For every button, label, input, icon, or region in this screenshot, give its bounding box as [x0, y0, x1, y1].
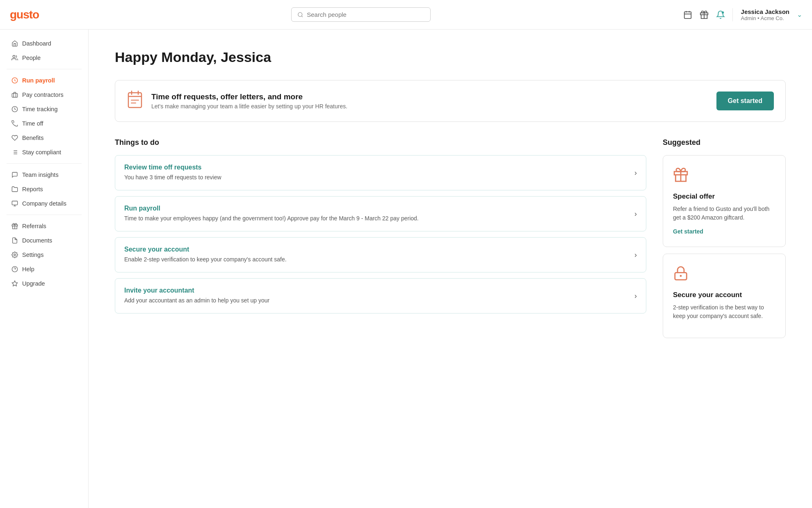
task-desc-secure-account: Enable 2-step verification to keep your …	[124, 255, 287, 264]
sidebar-label-benefits: Benefits	[22, 135, 43, 141]
sidebar-label-team-insights: Team insights	[22, 172, 59, 178]
user-info: Jessica Jackson Admin • Acme Co.	[741, 8, 789, 21]
upgrade-icon	[11, 280, 18, 287]
suggested-link-special-offer[interactable]: Get started	[673, 228, 703, 235]
svg-point-9	[13, 55, 15, 57]
sidebar-item-stay-compliant[interactable]: Stay compliant	[3, 145, 85, 159]
task-card-invite-accountant[interactable]: Invite your accountant Add your accounta…	[115, 278, 646, 313]
sidebar-item-time-tracking[interactable]: Time tracking	[3, 102, 85, 116]
gift-icon	[700, 10, 709, 19]
banner-subtitle: Let's make managing your team a little e…	[151, 103, 347, 110]
sidebar-label-run-payroll: Run payroll	[22, 77, 55, 84]
banner-title: Time off requests, offer letters, and mo…	[151, 92, 347, 101]
sidebar-item-referrals[interactable]: Referrals	[3, 219, 85, 233]
search-input[interactable]	[307, 11, 424, 18]
task-desc-review-time-off: You have 3 time off requests to review	[124, 173, 221, 182]
sidebar-item-reports[interactable]: Reports	[3, 182, 85, 196]
sidebar-label-dashboard: Dashboard	[22, 40, 51, 47]
compliant-icon	[11, 149, 18, 156]
banner-text: Time off requests, offer letters, and mo…	[151, 92, 347, 110]
suggested-card-special-offer: Special offer Refer a friend to Gusto an…	[663, 155, 786, 247]
sidebar-label-reports: Reports	[22, 186, 43, 192]
sidebar-label-documents: Documents	[22, 237, 52, 244]
svg-point-24	[14, 254, 16, 256]
benefits-icon	[11, 135, 18, 141]
svg-marker-27	[12, 281, 17, 286]
task-card-review-time-off[interactable]: Review time off requests You have 3 time…	[115, 155, 646, 190]
contractors-icon	[11, 92, 18, 98]
documents-icon	[11, 237, 18, 244]
sidebar-label-company-details: Company details	[22, 200, 66, 207]
task-card-secure-account[interactable]: Secure your account Enable 2-step verifi…	[115, 237, 646, 272]
user-role: Admin • Acme Co.	[741, 15, 789, 21]
company-icon	[11, 200, 18, 207]
banner-icon	[127, 90, 143, 112]
search-bar[interactable]	[291, 7, 431, 22]
banner-get-started-button[interactable]: Get started	[716, 92, 774, 110]
payroll-icon	[11, 77, 18, 84]
chevron-right-icon-2: ›	[634, 251, 637, 259]
sidebar-group-top: Dashboard People	[0, 37, 88, 65]
sidebar-item-team-insights[interactable]: Team insights	[3, 168, 85, 182]
header-icons: Jessica Jackson Admin • Acme Co. ⌄	[683, 8, 802, 21]
svg-rect-2	[684, 11, 691, 18]
sidebar-divider-3	[7, 215, 82, 215]
sidebar-item-company-details[interactable]: Company details	[3, 197, 85, 211]
chevron-right-icon-1: ›	[634, 210, 637, 218]
sidebar-item-time-off[interactable]: Time off	[3, 117, 85, 130]
svg-rect-19	[12, 201, 17, 205]
svg-rect-11	[12, 94, 17, 97]
insights-icon	[11, 172, 18, 178]
banner-card: Time off requests, offer letters, and mo…	[115, 80, 786, 122]
chevron-right-icon-0: ›	[634, 169, 637, 177]
gift-icon-button[interactable]	[700, 10, 709, 19]
svg-point-37	[680, 275, 682, 277]
suggested-section: Suggested Special offer Refer a friend	[663, 138, 786, 345]
header-center	[39, 7, 683, 22]
sidebar-item-dashboard[interactable]: Dashboard	[3, 37, 85, 50]
sidebar-label-time-tracking: Time tracking	[22, 106, 57, 112]
task-text-run-payroll: Run payroll Time to make your employees …	[124, 205, 419, 223]
help-icon	[11, 266, 18, 272]
calendar-icon	[683, 10, 692, 19]
banner-left: Time off requests, offer letters, and mo…	[127, 90, 347, 112]
sidebar-label-upgrade: Upgrade	[22, 280, 45, 287]
search-icon	[297, 11, 303, 18]
home-icon	[11, 40, 18, 47]
sidebar-item-settings[interactable]: Settings	[3, 248, 85, 262]
notifications-icon-button[interactable]	[716, 10, 725, 19]
user-name: Jessica Jackson	[741, 8, 789, 15]
suggested-title-special-offer: Special offer	[673, 192, 776, 201]
suggested-desc-secure-account: 2-step verification is the best way to k…	[673, 303, 776, 320]
sidebar-item-pay-contractors[interactable]: Pay contractors	[3, 88, 85, 102]
sidebar-label-stay-compliant: Stay compliant	[22, 149, 61, 156]
settings-icon	[11, 252, 18, 258]
user-menu[interactable]: Jessica Jackson Admin • Acme Co. ⌄	[732, 8, 802, 21]
sidebar-label-time-off: Time off	[22, 120, 43, 127]
calendar-icon-button[interactable]	[683, 10, 692, 19]
things-to-do-title: Things to do	[115, 138, 646, 147]
referrals-icon	[11, 223, 18, 229]
suggested-card-secure-account: Secure your account 2-step verification …	[663, 254, 786, 338]
suggested-desc-special-offer: Refer a friend to Gusto and you'll both …	[673, 205, 776, 222]
people-icon	[11, 55, 18, 61]
chevron-down-icon: ⌄	[797, 11, 802, 18]
reports-icon	[11, 186, 18, 192]
task-text-review-time-off: Review time off requests You have 3 time…	[124, 164, 221, 182]
sidebar-item-run-payroll[interactable]: Run payroll	[3, 73, 85, 87]
sidebar-item-help[interactable]: Help	[3, 262, 85, 276]
task-text-secure-account: Secure your account Enable 2-step verifi…	[124, 246, 287, 264]
sidebar-item-upgrade[interactable]: Upgrade	[3, 277, 85, 291]
sidebar-item-documents[interactable]: Documents	[3, 233, 85, 247]
main-content: Happy Monday, Jessica Time off requests,…	[89, 30, 812, 508]
sidebar-item-people[interactable]: People	[3, 51, 85, 65]
sidebar: Dashboard People Run payroll Pay contrac…	[0, 30, 89, 508]
sidebar-label-help: Help	[22, 266, 34, 272]
task-card-run-payroll[interactable]: Run payroll Time to make your employees …	[115, 196, 646, 231]
sidebar-item-benefits[interactable]: Benefits	[3, 131, 85, 145]
layout: Dashboard People Run payroll Pay contrac…	[0, 30, 812, 508]
sidebar-label-settings: Settings	[22, 252, 43, 258]
logo: gusto	[10, 8, 39, 21]
task-desc-invite-accountant: Add your accountant as an admin to help …	[124, 296, 269, 305]
time-tracking-icon	[11, 106, 18, 112]
